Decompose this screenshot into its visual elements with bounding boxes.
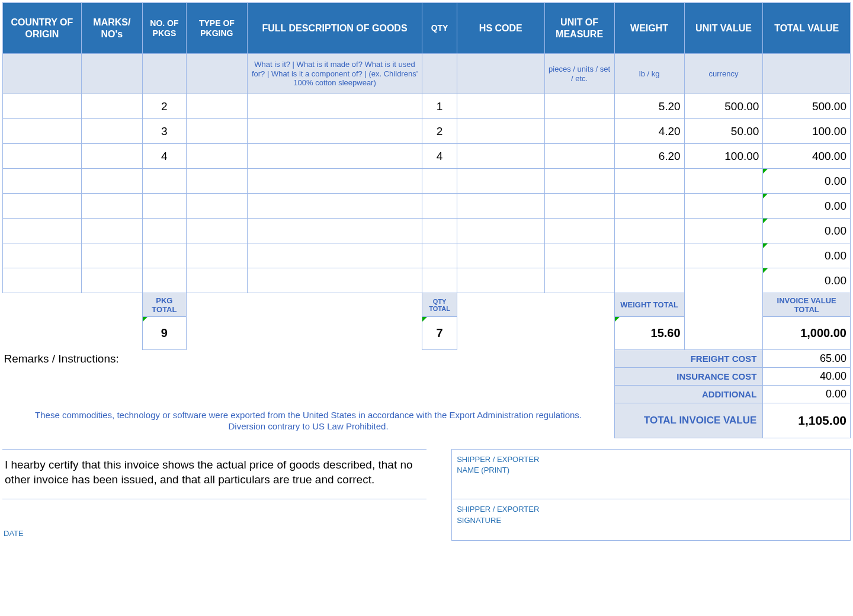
invoice-table: COUNTRY OF ORIGIN MARKS/ NO's NO. OF PKG…: [2, 2, 851, 438]
hint-uval: currency: [684, 54, 763, 94]
table-row[interactable]: 4 4 6.20 100.00 400.00: [3, 144, 851, 169]
hint-desc: What is it? | What is it made of? What i…: [248, 54, 422, 94]
cell-tval[interactable]: 500.00: [763, 94, 851, 119]
pkg-total-label: PKG TOTAL: [143, 293, 187, 317]
col-hs: HS CODE: [457, 3, 545, 54]
col-country: COUNTRY OF ORIGIN: [3, 3, 82, 54]
col-desc: FULL DESCRIPTION OF GOODS: [248, 3, 422, 54]
qty-total: 7: [422, 317, 457, 350]
weight-total: 15.60: [614, 317, 684, 350]
sig-line1: SHIPPER / EXPORTER: [457, 505, 539, 514]
total-invoice-label: TOTAL INVOICE VALUE: [614, 403, 763, 438]
col-marks: MARKS/ NO's: [81, 3, 142, 54]
header-row: COUNTRY OF ORIGIN MARKS/ NO's NO. OF PKG…: [3, 3, 851, 54]
table-row[interactable]: 0.00: [3, 243, 851, 268]
table-row[interactable]: 0.00: [3, 169, 851, 194]
inv-total-label: INVOICE VALUE TOTAL: [763, 293, 851, 317]
table-row[interactable]: 0.00: [3, 194, 851, 219]
table-row[interactable]: 2 1 5.20 500.00 500.00: [3, 94, 851, 119]
hint-uom: pieces / units / set / etc.: [544, 54, 614, 94]
table-row[interactable]: 3 2 4.20 50.00 100.00: [3, 119, 851, 144]
sig-line1: SHIPPER / EXPORTER: [457, 455, 539, 464]
cell-tval[interactable]: 0.00: [763, 169, 851, 194]
export-disclaimer: These commodities, technology or softwar…: [3, 403, 615, 438]
sig-line2: NAME (PRINT): [457, 466, 509, 474]
cell-weight[interactable]: 5.20: [614, 94, 684, 119]
total-invoice-value: 1,105.00: [763, 403, 851, 438]
col-qty: QTY: [422, 3, 457, 54]
cell-qty[interactable]: 1: [422, 94, 457, 119]
shipper-signature-box[interactable]: SHIPPER / EXPORTER SIGNATURE: [452, 499, 851, 540]
certify-text: I hearby certify that this invoice shows…: [2, 450, 426, 499]
pkg-total: 9: [143, 317, 187, 350]
hint-row: What is it? | What is it made of? What i…: [3, 54, 851, 94]
freight-cost[interactable]: 65.00: [763, 350, 851, 368]
sig-line2: SIGNATURE: [457, 516, 501, 525]
signature-area: I hearby certify that this invoice shows…: [2, 449, 851, 541]
col-uval: UNIT VALUE: [684, 3, 763, 54]
col-weight: WEIGHT: [614, 3, 684, 54]
col-pkgs: NO. OF PKGS: [143, 3, 187, 54]
additional-cost[interactable]: 0.00: [763, 386, 851, 403]
qty-total-label: QTY TOTAL: [422, 293, 457, 317]
remarks-label: Remarks / Instructions:: [3, 350, 615, 403]
col-tval: TOTAL VALUE: [763, 3, 851, 54]
col-pkging: TYPE OF PKGING: [186, 3, 247, 54]
freight-cost-label: FREIGHT COST: [614, 350, 763, 368]
cell-uval[interactable]: 500.00: [684, 94, 763, 119]
cell-pkgs[interactable]: 2: [143, 94, 187, 119]
table-row[interactable]: 0.00: [3, 219, 851, 243]
shipper-name-box[interactable]: SHIPPER / EXPORTER NAME (PRINT): [452, 450, 851, 499]
inv-total: 1,000.00: [763, 317, 851, 350]
hint-weight: lb / kg: [614, 54, 684, 94]
date-label[interactable]: DATE: [2, 499, 426, 540]
table-row[interactable]: 0.00: [3, 268, 851, 293]
insurance-cost[interactable]: 40.00: [763, 368, 851, 386]
insurance-cost-label: INSURANCE COST: [614, 368, 763, 386]
additional-cost-label: ADDITIONAL: [614, 386, 763, 403]
col-uom: UNIT OF MEASURE: [544, 3, 614, 54]
weight-total-label: WEIGHT TOTAL: [614, 293, 684, 317]
